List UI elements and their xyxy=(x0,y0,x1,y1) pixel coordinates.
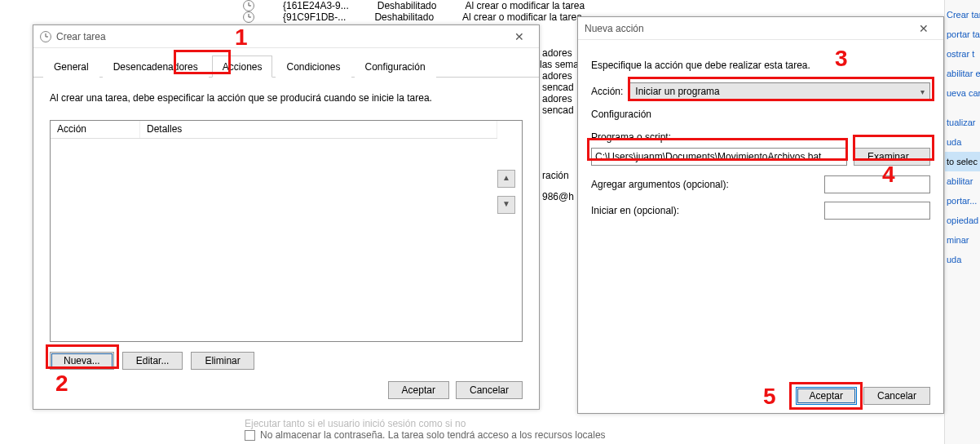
args-input[interactable] xyxy=(824,175,930,193)
tab-hint: Al crear una tarea, debe especificar la … xyxy=(33,78,539,112)
bottom-options: Ejecutar tanto si el usuario inició sesi… xyxy=(245,418,606,441)
task-row: {161E24A3-9... Deshabilitado Al crear o … xyxy=(243,0,585,11)
args-label: Agregar argumentos (opcional): xyxy=(591,179,818,190)
side-separator xyxy=(945,103,980,113)
startin-label: Iniciar en (opcional): xyxy=(591,205,818,216)
side-item[interactable]: abilitar e xyxy=(945,64,980,83)
task-id: {161E24A3-9... xyxy=(283,0,349,11)
clock-icon xyxy=(40,31,51,42)
side-item[interactable]: uda xyxy=(945,132,980,152)
task-trigger: Al crear o modificar la tarea xyxy=(465,0,585,11)
bg-text: sencad xyxy=(542,82,574,93)
tab-triggers[interactable]: Desencadenadores xyxy=(103,56,209,78)
side-item[interactable]: tualizar xyxy=(945,113,980,132)
col-action[interactable]: Acción xyxy=(51,121,140,138)
tab-strip: General Desencadenadores Acciones Condic… xyxy=(33,48,539,78)
bg-text: 986@h xyxy=(542,191,574,202)
side-item[interactable]: minar xyxy=(945,230,980,250)
side-item[interactable]: ostrar t xyxy=(945,44,980,64)
ok-button[interactable]: Aceptar xyxy=(796,387,857,405)
task-id: {91C9F1DB-... xyxy=(283,11,346,23)
side-item[interactable]: opiedad xyxy=(945,211,980,230)
tab-actions[interactable]: Acciones xyxy=(212,56,273,78)
actions-listbox[interactable]: Acción Detalles ▲ ▼ xyxy=(50,120,523,342)
side-item[interactable]: abilitar xyxy=(945,171,980,191)
chevron-down-icon: ▾ xyxy=(920,87,925,96)
cancel-button[interactable]: Cancelar xyxy=(863,387,930,405)
dialog-hint: Especifique la acción que debe realizar … xyxy=(578,40,943,79)
bg-text: adores xyxy=(542,47,572,59)
tab-settings[interactable]: Configuración xyxy=(355,56,436,78)
callout-num-4: 4 xyxy=(882,162,895,188)
callout-num-5: 5 xyxy=(763,384,776,410)
callout-num-3: 3 xyxy=(835,46,848,72)
actions-sidebar: Crear tarea portar ta ostrar t abilitar … xyxy=(944,0,980,444)
side-item-selected[interactable]: to selec xyxy=(945,152,980,171)
col-details[interactable]: Detalles xyxy=(140,121,497,138)
background-task-list: {161E24A3-9... Deshabilitado Al crear o … xyxy=(243,0,585,23)
tab-general[interactable]: General xyxy=(43,56,99,78)
action-selected-value: Iniciar un programa xyxy=(635,86,719,97)
delete-button[interactable]: Eliminar xyxy=(191,352,254,370)
side-item[interactable]: ueva carp xyxy=(945,83,980,103)
callout-num-2: 2 xyxy=(55,371,68,397)
task-trigger: Al crear o modificar la tarea xyxy=(462,11,582,23)
bg-text: adores xyxy=(542,93,572,104)
program-input[interactable] xyxy=(591,148,847,166)
clock-icon xyxy=(243,11,254,23)
clock-icon xyxy=(243,0,254,11)
new-button[interactable]: Nueva... xyxy=(50,352,114,370)
bg-text: sencad xyxy=(542,104,574,116)
task-row: {91C9F1DB-... Deshabilitado Al crear o m… xyxy=(243,11,585,23)
program-label: Programa o script: xyxy=(578,120,943,146)
close-icon[interactable]: ✕ xyxy=(911,22,937,35)
dialog-title: Crear tarea xyxy=(56,31,106,42)
bg-text: las sema xyxy=(540,59,579,70)
tab-conditions[interactable]: Condiciones xyxy=(276,56,351,78)
bottom-line1: Ejecutar tanto si el usuario inició sesi… xyxy=(245,418,466,429)
titlebar: Nueva acción ✕ xyxy=(578,17,943,40)
config-groupbox-label: Configuración xyxy=(578,104,943,120)
ok-button[interactable]: Aceptar xyxy=(388,381,449,399)
dialog-title: Nueva acción xyxy=(585,23,644,34)
edit-button[interactable]: Editar... xyxy=(122,352,183,370)
titlebar: Crear tarea ✕ xyxy=(33,25,539,48)
side-item[interactable]: Crear tarea xyxy=(945,5,980,24)
store-password-checkbox[interactable] xyxy=(245,430,255,441)
side-item[interactable]: portar ta xyxy=(945,24,980,44)
new-action-dialog: Nueva acción ✕ Especifique la acción que… xyxy=(577,16,944,414)
action-select[interactable]: Iniciar un programa ▾ xyxy=(629,82,930,100)
task-status: Deshabilitado xyxy=(377,0,437,11)
task-status: Deshabilitado xyxy=(374,11,434,23)
callout-num-1: 1 xyxy=(235,24,248,51)
move-up-button[interactable]: ▲ xyxy=(497,170,515,188)
side-item[interactable]: portar... xyxy=(945,191,980,211)
create-task-dialog: Crear tarea ✕ General Desencadenadores A… xyxy=(33,24,540,410)
close-icon[interactable]: ✕ xyxy=(506,30,532,43)
startin-input[interactable] xyxy=(824,202,930,220)
side-item[interactable]: uda xyxy=(945,250,980,269)
action-label: Acción: xyxy=(591,86,623,97)
bg-text: ración xyxy=(542,170,569,181)
move-down-button[interactable]: ▼ xyxy=(497,196,515,214)
cancel-button[interactable]: Cancelar xyxy=(456,381,523,399)
bottom-line2: No almacenar la contraseña. La tarea sol… xyxy=(260,429,606,441)
bg-text: adores xyxy=(542,70,572,82)
